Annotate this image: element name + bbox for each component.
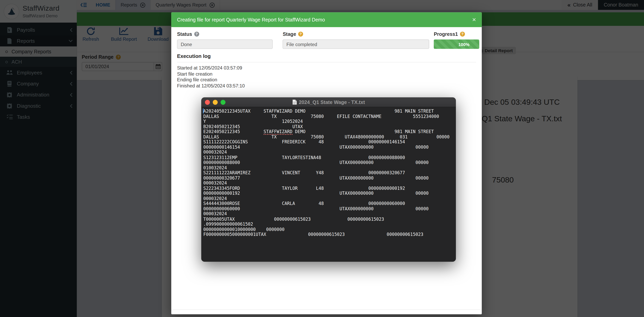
terminal-line: B2024050212345 UTAX xyxy=(203,124,456,129)
terminal-line: 000032024 xyxy=(203,211,456,216)
spellcheck-underline: STAFFWIZARD xyxy=(264,129,292,135)
terminal-line: 00000000088000 UTAX000000000 00000 xyxy=(203,160,456,165)
terminal-line: S222343345FORD TAYLOR L48 00000000000192 xyxy=(203,186,456,190)
modal-footer xyxy=(171,309,482,314)
terminal-line: S221111222ARAMIREZ VINCENT Y48 000000003… xyxy=(203,170,456,175)
stage-label: Stage xyxy=(283,31,296,37)
terminal-line: 00000000146154 UTAX000000000 00000 xyxy=(203,144,456,150)
status-label: Status xyxy=(177,31,192,37)
terminal-line: E2024050212345 STAFFWIZARD DEMO 981 MAIN… xyxy=(203,129,456,134)
help-icon[interactable]: ? xyxy=(298,32,303,36)
log-line: Start file creation xyxy=(177,71,476,77)
log-line: Finished at 12/05/2024 03:57:10 xyxy=(177,83,476,89)
terminal-line: 000032024 xyxy=(203,150,456,155)
minimize-window-icon[interactable] xyxy=(213,100,218,104)
window-controls xyxy=(205,100,225,104)
terminal-line: 00000000000192 UTAX000000000 00000 xyxy=(203,190,456,196)
modal-title: Creating file for report Quarterly Wage … xyxy=(177,17,472,23)
terminal-line: Y 12052024 xyxy=(203,119,456,124)
terminal-line: 000032024 xyxy=(203,180,456,186)
log-line: Started at 12/05/2024 03:57:09 xyxy=(177,65,476,71)
progress-label: Progress1 xyxy=(434,31,458,37)
progress-fill: 100% xyxy=(434,40,479,49)
app-viewport: RefreshBuild ReportDownloadCreate File P… xyxy=(0,0,644,317)
terminal-titlebar[interactable]: 2024_Q1 State Wage - TX.txt xyxy=(201,98,456,107)
terminal-line: S444443000ROSE CARLA 48 00000000060000 xyxy=(203,201,456,206)
close-window-icon[interactable] xyxy=(205,100,210,104)
execution-log-section: Execution log Started at 12/05/2024 03:5… xyxy=(177,53,476,89)
execution-log-title: Execution log xyxy=(177,53,476,62)
status-input[interactable] xyxy=(177,40,273,49)
terminal-line: T0000005UTAX 00000000615023 000000006150… xyxy=(203,216,456,222)
modal-fields: Status ? Stage ? Progress1 ? xyxy=(177,31,479,49)
text-cursor xyxy=(203,108,204,114)
document-icon xyxy=(292,100,297,105)
close-icon[interactable]: × xyxy=(472,16,476,23)
terminal-line: DALLAS TX 75080 EFILE CONTACTNAME 555123… xyxy=(203,114,456,119)
help-icon[interactable]: ? xyxy=(194,32,199,36)
help-icon[interactable]: ? xyxy=(460,32,465,36)
terminal-line: 010032024 xyxy=(203,165,456,170)
stage-input[interactable] xyxy=(283,40,429,49)
terminal-line: S111122222COGGINS FREDERICK 48 000000001… xyxy=(203,139,456,144)
terminal-line: 00000000060000 UTAX000000000 00000 xyxy=(203,206,456,211)
terminal-line: 000032024 xyxy=(203,196,456,201)
terminal-line: A2024050212345UTAX STAFFWIZARD DEMO 981 … xyxy=(203,108,456,114)
terminal-line: S123123112EMP TAYLORTESTINA48 0000000008… xyxy=(203,155,456,160)
terminal-line: DALLAS TX 75080 UTAX48000000000 031 0000… xyxy=(203,134,456,139)
terminal-line: 00000000000010000000 0000000 xyxy=(203,227,456,232)
zoom-window-icon[interactable] xyxy=(221,100,226,104)
terminal-title: 2024_Q1 State Wage - TX.txt xyxy=(201,99,456,105)
log-line: Ending file creation xyxy=(177,77,476,83)
terminal-line: 00000000320677 UTAX000000000 00000 xyxy=(203,175,456,180)
modal-header: Creating file for report Quarterly Wage … xyxy=(171,12,482,27)
execution-log-lines: Started at 12/05/2024 03:57:09Start file… xyxy=(177,65,476,89)
report-progress-modal: Creating file for report Quarterly Wage … xyxy=(171,12,482,314)
progress-bar: 100% xyxy=(434,40,479,49)
progress-value: 100% xyxy=(458,42,470,47)
terminal-line: F0000000005000000001UTAX 00000000615023 … xyxy=(203,232,456,237)
terminal-line: .099900000000061502 xyxy=(203,222,456,227)
terminal-window[interactable]: 2024_Q1 State Wage - TX.txt A20240502123… xyxy=(201,98,456,262)
terminal-content[interactable]: A2024050212345UTAX STAFFWIZARD DEMO 981 … xyxy=(201,107,456,237)
